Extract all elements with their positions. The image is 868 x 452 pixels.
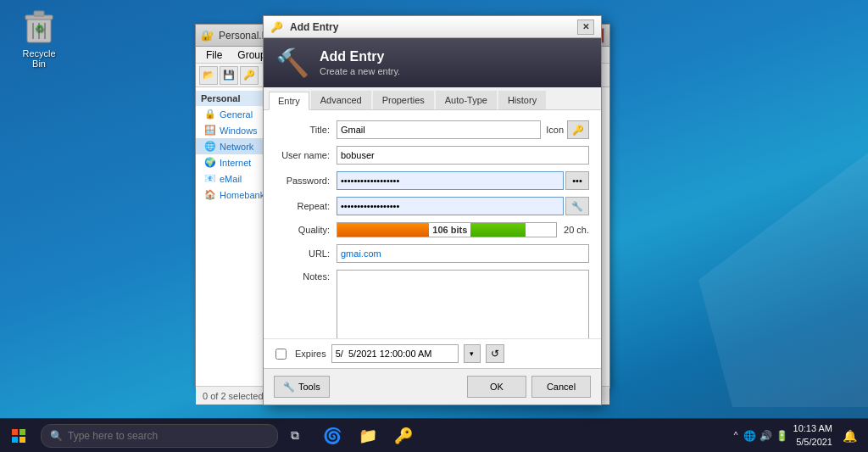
dialog-header-title: Add Entry — [320, 49, 400, 64]
generate-password-button[interactable]: 🔧 — [565, 197, 589, 215]
password-field-group: ••• — [337, 171, 589, 190]
notes-textarea[interactable] — [337, 270, 589, 338]
add-entry-dialog: 🔑 Add Entry ✕ 🔨 Add Entry Create a new e… — [263, 15, 602, 405]
expires-checkbox[interactable] — [275, 349, 287, 360]
sidebar-item-label-homebank: Homebank — [220, 190, 264, 200]
windows-icon: 🪟 — [204, 125, 216, 136]
keepass-app[interactable]: 🔑 — [387, 419, 420, 453]
volume-tray-icon[interactable]: 🔊 — [760, 430, 772, 442]
sidebar-item-network[interactable]: 🌐 Network — [196, 138, 271, 154]
expires-input[interactable] — [331, 344, 459, 363]
decorative-shape — [698, 153, 868, 407]
username-input[interactable] — [337, 146, 589, 165]
sidebar-header: Personal — [196, 91, 271, 106]
repeat-input[interactable] — [337, 197, 564, 215]
show-password-button[interactable]: ••• — [565, 171, 589, 190]
expires-dropdown-button[interactable]: ▾ — [464, 344, 481, 363]
sidebar-item-label-internet: Internet — [220, 158, 251, 168]
password-input[interactable] — [337, 171, 564, 190]
network-icon: 🌐 — [204, 141, 216, 152]
clock-date: 5/5/2021 — [796, 436, 832, 449]
quality-bar-orange — [337, 223, 429, 237]
desktop: ♻ Recycle Bin 🔐 Personal.kd... ─ □ ✕ Fil… — [0, 0, 868, 452]
taskbar-pinned-apps: 🌀 📁 🔑 — [315, 419, 420, 453]
tab-auto-type[interactable]: Auto-Type — [436, 91, 497, 109]
svg-rect-9 — [12, 437, 18, 443]
sidebar-item-email[interactable]: 📧 eMail — [196, 170, 271, 187]
quality-bar: 106 bits — [337, 222, 557, 237]
keepass-sidebar: Personal 🔒 General 🪟 Windows 🌐 Network 🌍… — [196, 87, 272, 386]
start-button[interactable] — [0, 419, 37, 453]
repeat-label: Repeat: — [275, 201, 337, 211]
network-tray-icon[interactable]: 🌐 — [743, 430, 756, 442]
dialog-header-text: Add Entry Create a new entry. — [320, 49, 400, 76]
sidebar-item-homebank[interactable]: 🏠 Homebank — [196, 187, 271, 203]
system-tray-icons: 🌐 🔊 🔋 — [743, 430, 788, 442]
dialog-titlebar: 🔑 Add Entry ✕ — [264, 16, 601, 38]
quality-bar-green — [470, 223, 526, 237]
sidebar-item-label-windows: Windows — [220, 126, 258, 136]
dialog-form-body: Title: Icon 🔑 User name: Password: ••• — [264, 110, 601, 338]
title-label: Title: — [275, 125, 337, 135]
repeat-row: Repeat: 🔧 — [275, 197, 589, 215]
taskbar: 🔍 ⧉ 🌀 📁 🔑 ^ 🌐 🔊 🔋 10:13 AM 5/5/2021 🔔 — [0, 418, 868, 452]
keepass-lock-icon: 🔐 — [201, 30, 214, 42]
battery-tray-icon[interactable]: 🔋 — [776, 430, 788, 442]
username-label: User name: — [275, 150, 337, 160]
repeat-field-group: 🔧 — [337, 197, 589, 215]
dialog-close-button[interactable]: ✕ — [577, 20, 594, 35]
sidebar-item-windows[interactable]: 🪟 Windows — [196, 122, 271, 138]
notes-label: Notes: — [275, 270, 337, 282]
sidebar-item-label-email: eMail — [220, 174, 242, 184]
expires-label: Expires — [295, 349, 326, 359]
toolbar-key[interactable]: 🔑 — [240, 66, 259, 85]
toolbar-save[interactable]: 💾 — [220, 66, 238, 85]
dialog-title-text: Add Entry — [290, 21, 338, 33]
cancel-button[interactable]: Cancel — [531, 376, 591, 398]
tab-advanced[interactable]: Advanced — [311, 91, 371, 109]
icon-label: Icon — [546, 125, 564, 135]
title-input[interactable] — [337, 120, 541, 139]
dialog-actions: 🔧 🔧 Tools Tools OK Cancel — [264, 368, 601, 405]
system-tray-expand-icon[interactable]: ^ — [734, 431, 738, 440]
recycle-bin-icon[interactable]: ♻ Recycle Bin — [15, 8, 63, 69]
url-label: URL: — [275, 248, 337, 259]
edge-browser-app[interactable]: 🌀 — [315, 419, 349, 453]
ok-button[interactable]: OK — [467, 376, 526, 398]
expires-row: Expires ▾ ↺ — [264, 338, 601, 368]
homebank-icon: 🏠 — [204, 189, 216, 200]
quality-row: Quality: 106 bits 20 ch. — [275, 222, 589, 237]
tab-properties[interactable]: Properties — [373, 91, 434, 109]
dialog-header-subtitle: Create a new entry. — [320, 66, 400, 76]
svg-rect-7 — [12, 429, 18, 435]
tab-entry[interactable]: Entry — [269, 92, 309, 110]
url-row: URL: — [275, 244, 589, 263]
taskbar-clock[interactable]: 10:13 AM 5/5/2021 — [793, 422, 832, 449]
url-input[interactable] — [337, 244, 589, 263]
expires-refresh-button[interactable]: ↺ — [486, 344, 504, 363]
password-label: Password: — [275, 176, 337, 186]
tab-history[interactable]: History — [498, 91, 546, 109]
search-input[interactable] — [68, 430, 263, 442]
notification-center-button[interactable]: 🔔 — [837, 419, 861, 453]
search-icon: 🔍 — [50, 430, 63, 442]
dialog-header-icon: 🔨 — [275, 47, 309, 79]
svg-rect-8 — [19, 429, 25, 435]
email-icon: 📧 — [204, 173, 216, 184]
quality-ch-label: 20 ch. — [557, 225, 589, 235]
sidebar-item-internet[interactable]: 🌍 Internet — [196, 154, 271, 170]
tools-icon: 🔧 — [283, 382, 295, 393]
taskbar-search-box[interactable]: 🔍 — [41, 424, 278, 448]
icon-button[interactable]: 🔑 — [567, 120, 589, 139]
dialog-title-icon: 🔑 — [270, 21, 283, 33]
toolbar-open[interactable]: 📂 — [199, 66, 218, 85]
tools-button[interactable]: 🔧 🔧 Tools Tools — [274, 376, 330, 398]
menu-file[interactable]: File — [199, 47, 229, 63]
sidebar-item-general[interactable]: 🔒 General — [196, 106, 271, 122]
general-icon: 🔒 — [204, 109, 216, 120]
task-view-button[interactable]: ⧉ — [278, 419, 312, 453]
password-row: Password: ••• — [275, 171, 589, 190]
file-explorer-app[interactable]: 📁 — [351, 419, 385, 453]
dialog-window-controls: ✕ — [577, 20, 594, 35]
notes-row: Notes: — [275, 270, 589, 338]
